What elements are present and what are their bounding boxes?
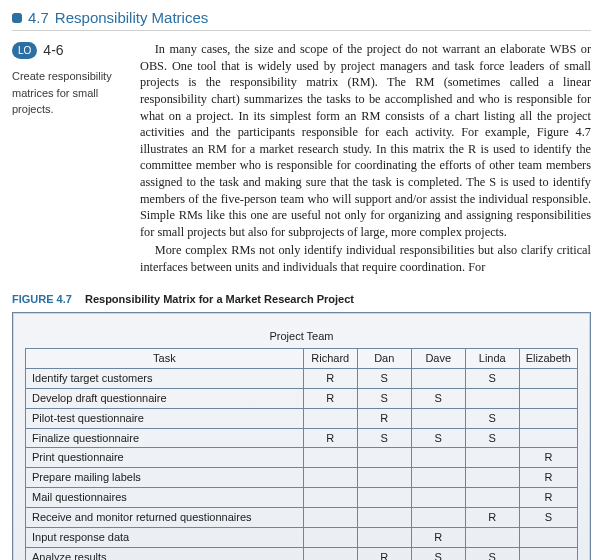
value-cell: S	[357, 369, 411, 389]
task-cell: Print questionnaire	[26, 448, 304, 468]
task-cell: Input response data	[26, 527, 304, 547]
value-cell	[303, 508, 357, 528]
bullet-icon	[12, 13, 22, 23]
value-cell	[303, 408, 357, 428]
value-cell: S	[465, 369, 519, 389]
task-cell: Receive and monitor returned questionnai…	[26, 508, 304, 528]
value-cell: R	[303, 369, 357, 389]
table-row: Prepare mailing labelsR	[26, 468, 578, 488]
value-cell	[411, 468, 465, 488]
value-cell: R	[357, 408, 411, 428]
task-cell: Develop draft questionnaire	[26, 388, 304, 408]
value-cell	[465, 448, 519, 468]
value-cell	[411, 508, 465, 528]
value-cell: S	[465, 428, 519, 448]
learning-objective: LO 4-6	[12, 41, 122, 60]
rm-table: Task Richard Dan Dave Linda Elizabeth Id…	[25, 348, 578, 560]
value-cell: R	[303, 428, 357, 448]
paragraph: In many cases, the size and scope of the…	[140, 41, 591, 240]
task-cell: Mail questionnaires	[26, 488, 304, 508]
table-row: Mail questionnairesR	[26, 488, 578, 508]
section-title: Responsibility Matrices	[55, 8, 208, 28]
table-row: Print questionnaireR	[26, 448, 578, 468]
figure-title: Responsibility Matrix for a Market Resea…	[85, 293, 354, 305]
table-row: Analyze resultsRSS	[26, 547, 578, 560]
value-cell: R	[411, 527, 465, 547]
value-cell: S	[357, 428, 411, 448]
value-cell	[357, 508, 411, 528]
table-row: Identify target customersRSS	[26, 369, 578, 389]
value-cell	[411, 369, 465, 389]
figure-caption: FIGURE 4.7 Responsibility Matrix for a M…	[12, 292, 591, 307]
task-cell: Analyze results	[26, 547, 304, 560]
section-header: 4.7 Responsibility Matrices	[12, 8, 591, 31]
lo-pill: LO	[12, 42, 37, 60]
value-cell: R	[519, 468, 577, 488]
section-number: 4.7	[28, 8, 49, 28]
value-cell	[303, 448, 357, 468]
value-cell	[357, 527, 411, 547]
table-row: Finalize questionnaireRSSS	[26, 428, 578, 448]
value-cell: S	[357, 388, 411, 408]
team-header: Project Team	[25, 329, 578, 344]
value-cell: S	[519, 508, 577, 528]
col-header: Dan	[357, 349, 411, 369]
value-cell	[357, 488, 411, 508]
value-cell	[519, 428, 577, 448]
value-cell	[465, 388, 519, 408]
value-cell	[411, 408, 465, 428]
task-cell: Finalize questionnaire	[26, 428, 304, 448]
task-cell: Pilot-test questionnaire	[26, 408, 304, 428]
sidebar: LO 4-6 Create responsibility matrices fo…	[12, 41, 122, 117]
task-header: Task	[26, 349, 304, 369]
task-cell: Identify target customers	[26, 369, 304, 389]
value-cell	[411, 488, 465, 508]
value-cell	[465, 488, 519, 508]
table-row: Develop draft questionnaireRSS	[26, 388, 578, 408]
value-cell	[465, 468, 519, 488]
table-row: Input response dataR	[26, 527, 578, 547]
value-cell	[303, 488, 357, 508]
table-row: Pilot-test questionnaireRS	[26, 408, 578, 428]
value-cell	[519, 408, 577, 428]
table-header-row: Task Richard Dan Dave Linda Elizabeth	[26, 349, 578, 369]
responsibility-matrix: Project Team Task Richard Dan Dave Linda…	[12, 312, 591, 560]
value-cell	[519, 527, 577, 547]
value-cell: S	[411, 428, 465, 448]
value-cell	[357, 448, 411, 468]
col-header: Dave	[411, 349, 465, 369]
lo-caption: Create responsibility matrices for small…	[12, 68, 122, 118]
col-header: Elizabeth	[519, 349, 577, 369]
col-header: Richard	[303, 349, 357, 369]
value-cell: R	[519, 488, 577, 508]
value-cell	[519, 388, 577, 408]
value-cell: S	[465, 408, 519, 428]
value-cell	[411, 448, 465, 468]
lo-range: 4-6	[43, 41, 63, 60]
body-text: In many cases, the size and scope of the…	[140, 41, 591, 277]
value-cell: S	[465, 547, 519, 560]
value-cell: S	[411, 547, 465, 560]
value-cell	[303, 468, 357, 488]
value-cell: R	[357, 547, 411, 560]
value-cell	[303, 527, 357, 547]
col-header: Linda	[465, 349, 519, 369]
figure-label: FIGURE 4.7	[12, 293, 72, 305]
table-row: Receive and monitor returned questionnai…	[26, 508, 578, 528]
value-cell	[465, 527, 519, 547]
value-cell	[519, 547, 577, 560]
task-cell: Prepare mailing labels	[26, 468, 304, 488]
value-cell: R	[303, 388, 357, 408]
value-cell	[303, 547, 357, 560]
value-cell: R	[465, 508, 519, 528]
value-cell	[357, 468, 411, 488]
value-cell: S	[411, 388, 465, 408]
value-cell	[519, 369, 577, 389]
paragraph: More complex RMs not only identify indiv…	[140, 242, 591, 275]
value-cell: R	[519, 448, 577, 468]
